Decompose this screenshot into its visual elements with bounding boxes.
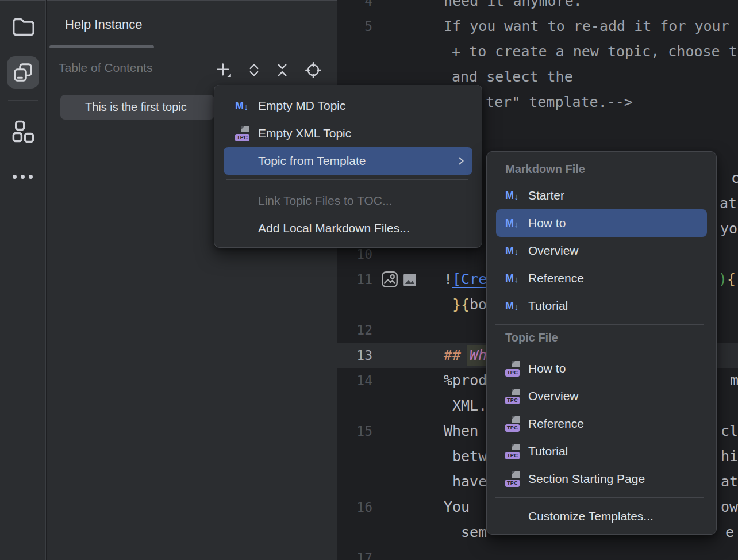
- code-fragment: {: [727, 267, 736, 292]
- collapse-all-icon: [274, 62, 291, 79]
- menu-item-label: Overview: [528, 389, 579, 403]
- toc-toolbar: Table of Contents: [47, 51, 337, 88]
- toc-item-first-topic[interactable]: This is the first topic: [60, 95, 214, 120]
- sidebar-item-project[interactable]: [7, 11, 39, 43]
- section-header-topic-file: Topic File: [496, 325, 707, 350]
- menu-item-topic-from-template[interactable]: Topic from Template: [224, 147, 472, 175]
- menu-item-tutorial-md[interactable]: M↓Tutorial: [496, 292, 707, 320]
- menu-item-label: Starter: [528, 189, 564, 202]
- image-filled-icon[interactable]: [402, 273, 417, 287]
- code-fragment: ): [718, 267, 727, 292]
- line-number-15: 15: [337, 419, 372, 444]
- menu-item-add-local-markdown-files[interactable]: Add Local Markdown Files...: [224, 214, 472, 242]
- submenu-arrow-icon: [455, 155, 472, 167]
- menu-item-label: How to: [528, 362, 566, 375]
- menu-item-reference-tpc[interactable]: TPCReference: [496, 410, 707, 438]
- menu-item-label: Tutorial: [528, 444, 568, 458]
- menu-item-how-to-tpc[interactable]: TPCHow to: [496, 355, 707, 382]
- code-fragment: betw: [452, 444, 487, 469]
- code-fragment: When: [444, 419, 478, 444]
- topic-file-icon: TPC: [505, 416, 520, 432]
- sidebar-item-writerside[interactable]: [7, 56, 39, 89]
- menu-item-label: Section Starting Page: [528, 472, 645, 486]
- menu-item-label: Empty XML Topic: [258, 126, 351, 140]
- menu-item-label: Customize Templates...: [528, 509, 654, 523]
- menu-item-label: Reference: [528, 271, 584, 285]
- markdown-file-icon: M↓: [235, 100, 248, 112]
- line-number-5: 5: [337, 14, 372, 39]
- code-fragment: !: [444, 267, 452, 292]
- topic-file-icon: TPC: [505, 361, 520, 377]
- topic-file-icon: TPC: [505, 389, 520, 404]
- line-number-16: 16: [337, 494, 372, 520]
- add-button[interactable]: [214, 61, 233, 79]
- code-fragment: m: [730, 368, 738, 393]
- locate-button[interactable]: [304, 61, 322, 79]
- code-fragment: + to create a new topic, choose t: [452, 39, 737, 64]
- menu-item-how-to-md[interactable]: M↓How to: [496, 209, 707, 237]
- code-fragment: at: [720, 191, 737, 216]
- menu-item-customize-templates[interactable]: Customize Templates...: [496, 503, 707, 530]
- code-fragment: e: [725, 520, 734, 545]
- code-fragment: If you want to re-add it for your: [444, 14, 729, 39]
- topic-template-submenu: Markdown FileM↓StarterM↓How toM↓Overview…: [486, 151, 717, 535]
- line-number-14: 14: [337, 368, 372, 393]
- code-fragment: ter" template.-->: [486, 90, 633, 115]
- line-number-11: 11: [337, 267, 372, 292]
- menu-item-reference-md[interactable]: M↓Reference: [496, 264, 707, 292]
- code-fragment: ##: [444, 343, 461, 368]
- markdown-file-icon: M↓: [505, 190, 518, 202]
- section-header-markdown-file: Markdown File: [496, 156, 707, 182]
- menu-item-overview-tpc[interactable]: TPCOverview: [496, 382, 707, 410]
- menu-item-starter-md[interactable]: M↓Starter: [496, 182, 707, 209]
- line-number-4: 4: [337, 0, 372, 14]
- line-number-12: 12: [337, 317, 372, 343]
- code-fragment: at: [721, 469, 738, 494]
- menu-item-label: Tutorial: [528, 299, 568, 313]
- collapse-all-button[interactable]: [273, 61, 291, 79]
- menu-item-overview-md[interactable]: M↓Overview: [496, 237, 707, 264]
- menu-item-label: How to: [528, 216, 566, 230]
- toc-toolbar-title: Table of Contents: [59, 61, 152, 75]
- code-fragment: his: [721, 444, 738, 469]
- layers-icon: [13, 62, 33, 83]
- ide-window: need it anymore.If you want to re-add it…: [0, 0, 738, 560]
- menu-item-label: Topic from Template: [258, 154, 366, 168]
- menu-item-label: Link Topic Files to TOC...: [258, 194, 392, 208]
- menu-item-empty-xml-topic-tpc[interactable]: TPCEmpty XML Topic: [224, 120, 472, 147]
- menu-item-link-topic-files-to-toc[interactable]: Link Topic Files to TOC...: [224, 187, 472, 214]
- tool-window-stripe: [0, 0, 46, 560]
- menu-item-label: Overview: [528, 244, 579, 258]
- topic-file-icon: TPC: [505, 444, 520, 459]
- code-fragment: have: [452, 469, 487, 494]
- topic-file-icon: TPC: [235, 126, 250, 141]
- menu-separator: [495, 497, 704, 498]
- menu-item-section-starting-page-tpc[interactable]: TPCSection Starting Page: [496, 465, 707, 493]
- folder-icon: [10, 14, 36, 40]
- menu-item-label: Add Local Markdown Files...: [258, 221, 410, 235]
- image-outline-icon[interactable]: [380, 270, 399, 289]
- markdown-file-icon: M↓: [505, 273, 518, 285]
- code-fragment: c: [731, 166, 738, 191]
- menu-item-label: Reference: [528, 417, 584, 431]
- code-fragment: %prod: [444, 368, 487, 393]
- sidebar-item-structure[interactable]: [7, 115, 39, 147]
- code-fragment: you: [720, 216, 738, 241]
- code-fragment: [Cre: [452, 267, 487, 292]
- stripe-divider: [8, 100, 38, 101]
- expand-all-icon: [245, 62, 263, 79]
- code-fragment: sem: [461, 520, 487, 545]
- sidebar-item-more[interactable]: [13, 175, 33, 179]
- menu-item-tutorial-tpc[interactable]: TPCTutorial: [496, 438, 707, 465]
- structure-icon: [11, 119, 35, 143]
- markdown-file-icon: M↓: [505, 300, 518, 312]
- menu-item-empty-md-topic-md[interactable]: M↓Empty MD Topic: [224, 92, 472, 120]
- code-fragment: ow: [721, 494, 738, 520]
- code-fragment: }{: [452, 292, 470, 317]
- code-fragment: Wh: [470, 343, 487, 368]
- tab-help-instance[interactable]: Help Instance: [65, 17, 143, 32]
- code-fragment: You: [444, 494, 470, 520]
- locate-target-icon: [305, 62, 322, 79]
- plus-icon: [215, 62, 232, 79]
- expand-all-button[interactable]: [245, 61, 263, 79]
